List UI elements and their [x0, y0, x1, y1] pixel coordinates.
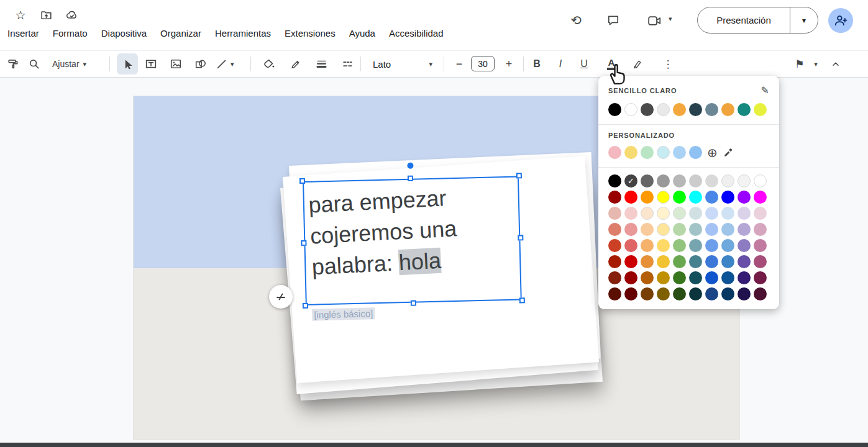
color-swatch[interactable]: [738, 271, 751, 284]
color-swatch[interactable]: [608, 146, 621, 159]
insert-shape-button[interactable]: [190, 53, 211, 74]
color-swatch[interactable]: [624, 146, 637, 159]
color-swatch[interactable]: [673, 146, 686, 159]
select-tool-button[interactable]: [117, 53, 138, 74]
color-swatch[interactable]: [673, 271, 686, 284]
menu-ayuda[interactable]: Ayuda: [342, 25, 382, 42]
eyedropper-button[interactable]: [723, 147, 734, 158]
color-swatch[interactable]: [641, 207, 654, 220]
comments-button[interactable]: [604, 11, 623, 30]
menu-extensiones[interactable]: Extensiones: [278, 25, 342, 42]
color-swatch[interactable]: [754, 255, 767, 268]
color-swatch[interactable]: [738, 255, 751, 268]
text-color-button[interactable]: A: [600, 53, 623, 74]
increase-font-size-button[interactable]: +: [500, 53, 518, 74]
bold-button[interactable]: B: [527, 53, 547, 74]
color-swatch[interactable]: [689, 255, 702, 268]
color-swatch[interactable]: [624, 287, 637, 300]
meet-camera-button[interactable]: [645, 11, 664, 30]
color-swatch[interactable]: [641, 223, 654, 236]
color-swatch[interactable]: [705, 103, 718, 116]
color-swatch[interactable]: [624, 103, 637, 116]
color-swatch[interactable]: [657, 174, 670, 187]
color-swatch[interactable]: [705, 271, 718, 284]
border-dash-button[interactable]: [337, 53, 358, 74]
add-custom-color-button[interactable]: ⊕: [707, 147, 718, 159]
color-swatch[interactable]: [657, 103, 670, 116]
resize-handle[interactable]: [408, 176, 413, 181]
paint-format-icon[interactable]: [2, 53, 24, 74]
color-swatch[interactable]: [624, 255, 637, 268]
color-swatch[interactable]: [673, 103, 686, 116]
color-swatch[interactable]: [608, 174, 621, 187]
color-swatch[interactable]: [689, 207, 702, 220]
color-swatch[interactable]: [689, 191, 702, 204]
present-options-caret[interactable]: ▾: [790, 7, 818, 33]
color-swatch[interactable]: [689, 223, 702, 236]
decrease-font-size-button[interactable]: −: [450, 53, 468, 74]
color-swatch[interactable]: [657, 255, 670, 268]
color-swatch[interactable]: [673, 207, 686, 220]
menu-diapositiva[interactable]: Diapositiva: [94, 25, 153, 42]
color-swatch[interactable]: [608, 271, 621, 284]
menu-herramientas[interactable]: Herramientas: [208, 25, 278, 42]
color-swatch[interactable]: [657, 207, 670, 220]
color-swatch[interactable]: [673, 239, 686, 252]
color-swatch[interactable]: [608, 103, 621, 116]
selected-text-box[interactable]: para empezar cojeremos una palabra: hola…: [303, 176, 522, 305]
resize-handle[interactable]: [299, 178, 305, 184]
zoom-icon[interactable]: [24, 53, 45, 74]
color-swatch[interactable]: [641, 287, 654, 300]
color-swatch[interactable]: [754, 223, 767, 236]
color-swatch[interactable]: [705, 207, 718, 220]
color-swatch[interactable]: [754, 191, 767, 204]
color-swatch[interactable]: [689, 174, 702, 187]
color-swatch[interactable]: [641, 174, 654, 187]
color-swatch[interactable]: [608, 255, 621, 268]
color-swatch[interactable]: [624, 223, 637, 236]
resize-handle[interactable]: [301, 240, 306, 246]
color-swatch[interactable]: [754, 174, 767, 187]
color-swatch[interactable]: [657, 239, 670, 252]
insert-image-button[interactable]: [165, 53, 186, 74]
color-swatch[interactable]: [721, 239, 734, 252]
color-swatch[interactable]: [754, 271, 767, 284]
color-swatch[interactable]: [738, 223, 751, 236]
color-swatch[interactable]: [641, 103, 654, 116]
color-swatch[interactable]: [738, 103, 751, 116]
color-swatch[interactable]: [705, 255, 718, 268]
collapse-toolbar-button[interactable]: [825, 53, 846, 74]
color-swatch[interactable]: [641, 271, 654, 284]
color-swatch[interactable]: [624, 239, 637, 252]
color-swatch[interactable]: [754, 239, 767, 252]
star-icon[interactable]: ☆: [12, 7, 29, 23]
color-swatch[interactable]: [721, 191, 734, 204]
color-swatch[interactable]: [608, 191, 621, 204]
floating-format-button[interactable]: [269, 285, 293, 309]
meet-caret-icon[interactable]: ▾: [669, 15, 672, 23]
border-color-button[interactable]: [285, 53, 306, 74]
color-swatch[interactable]: [738, 239, 751, 252]
fill-color-button[interactable]: [258, 53, 280, 74]
underline-button[interactable]: U: [574, 53, 594, 74]
color-swatch[interactable]: [624, 191, 637, 204]
menu-insertar[interactable]: Insertar: [1, 25, 46, 42]
color-swatch[interactable]: [689, 103, 702, 116]
color-swatch[interactable]: [657, 223, 670, 236]
color-swatch[interactable]: [689, 271, 702, 284]
color-swatch[interactable]: [673, 287, 686, 300]
color-swatch[interactable]: [705, 239, 718, 252]
color-swatch[interactable]: [608, 223, 621, 236]
color-swatch[interactable]: [738, 174, 751, 187]
text-box-tool-button[interactable]: [140, 53, 162, 74]
color-swatch[interactable]: [673, 223, 686, 236]
color-swatch[interactable]: [641, 146, 654, 159]
move-folder-icon[interactable]: [38, 7, 54, 23]
italic-button[interactable]: I: [550, 53, 570, 74]
present-button[interactable]: Presentación: [698, 7, 790, 33]
font-size-input[interactable]: 30: [471, 56, 495, 71]
color-swatch[interactable]: [705, 174, 718, 187]
color-swatch[interactable]: [657, 287, 670, 300]
color-swatch[interactable]: [673, 174, 686, 187]
color-swatch[interactable]: [608, 207, 621, 220]
